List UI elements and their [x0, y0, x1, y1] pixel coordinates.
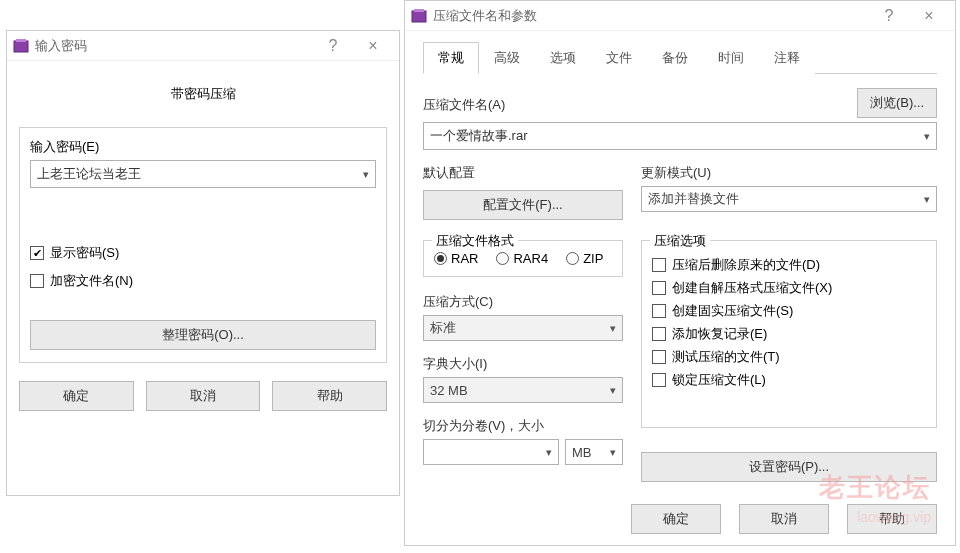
archive-name-input[interactable]: 一个爱情故事.rar ▾ — [423, 122, 937, 150]
archive-tabs: 常规 高级 选项 文件 备份 时间 注释 — [423, 41, 937, 74]
checkbox-unchecked-icon — [30, 274, 44, 288]
chevron-down-icon[interactable]: ▾ — [610, 384, 616, 397]
format-legend: 压缩文件格式 — [432, 232, 518, 250]
opt-recovery[interactable]: 添加恢复记录(E) — [652, 325, 926, 343]
tab-options[interactable]: 选项 — [535, 42, 591, 74]
chevron-down-icon[interactable]: ▾ — [546, 446, 552, 459]
format-zip-radio[interactable]: ZIP — [566, 251, 603, 266]
split-unit-select[interactable]: MB ▾ — [565, 439, 623, 465]
split-label: 切分为分卷(V)，大小 — [423, 417, 623, 435]
method-label: 压缩方式(C) — [423, 293, 623, 311]
dict-label: 字典大小(I) — [423, 355, 623, 373]
options-fieldset: 压缩选项 压缩后删除原来的文件(D) 创建自解压格式压缩文件(X) 创建固实压缩… — [641, 240, 937, 428]
chevron-down-icon[interactable]: ▾ — [610, 446, 616, 459]
method-select[interactable]: 标准 ▾ — [423, 315, 623, 341]
encrypt-filename-checkbox[interactable]: 加密文件名(N) — [30, 272, 376, 290]
opt-solid[interactable]: 创建固实压缩文件(S) — [652, 302, 926, 320]
password-value: 上老王论坛当老王 — [37, 165, 141, 183]
password-dialog: 输入密码 ? × 带密码压缩 输入密码(E) 上老王论坛当老王 ▾ ✔ 显示密码… — [6, 30, 400, 496]
password-titlebar: 输入密码 ? × — [7, 31, 399, 61]
tab-backup[interactable]: 备份 — [647, 42, 703, 74]
browse-button[interactable]: 浏览(B)... — [857, 88, 937, 118]
dict-select[interactable]: 32 MB ▾ — [423, 377, 623, 403]
opt-delete-after[interactable]: 压缩后删除原来的文件(D) — [652, 256, 926, 274]
format-rar-radio[interactable]: RAR — [434, 251, 478, 266]
svg-rect-0 — [14, 41, 28, 52]
tab-files[interactable]: 文件 — [591, 42, 647, 74]
archive-titlebar: 压缩文件名和参数 ? × — [405, 1, 955, 31]
svg-rect-2 — [412, 11, 426, 22]
format-fieldset: 压缩文件格式 RAR RAR4 ZIP — [423, 240, 623, 277]
password-subtitle: 带密码压缩 — [19, 85, 387, 103]
split-size-select[interactable]: ▾ — [423, 439, 559, 465]
update-mode-label: 更新模式(U) — [641, 164, 937, 182]
tab-general[interactable]: 常规 — [423, 42, 479, 74]
set-password-button[interactable]: 设置密码(P)... — [641, 452, 937, 482]
password-title: 输入密码 — [35, 37, 313, 55]
password-field-label: 输入密码(E) — [30, 138, 376, 156]
tab-comment[interactable]: 注释 — [759, 42, 815, 74]
update-mode-select[interactable]: 添加并替换文件 ▾ — [641, 186, 937, 212]
format-rar4-radio[interactable]: RAR4 — [496, 251, 548, 266]
archive-help-button[interactable]: 帮助 — [847, 504, 937, 534]
winrar-icon — [411, 8, 427, 24]
archive-name-label: 压缩文件名(A) — [423, 96, 505, 114]
chevron-down-icon[interactable]: ▾ — [610, 322, 616, 335]
password-group: 输入密码(E) 上老王论坛当老王 ▾ ✔ 显示密码(S) 加密文件名(N) 整理… — [19, 127, 387, 363]
password-cancel-button[interactable]: 取消 — [146, 381, 261, 411]
svg-rect-1 — [16, 39, 26, 42]
password-ok-button[interactable]: 确定 — [19, 381, 134, 411]
close-icon[interactable]: × — [353, 37, 393, 55]
archive-help-icon[interactable]: ? — [869, 7, 909, 25]
chevron-down-icon[interactable]: ▾ — [924, 193, 930, 206]
archive-name-value: 一个爱情故事.rar — [430, 127, 528, 145]
password-input[interactable]: 上老王论坛当老王 ▾ — [30, 160, 376, 188]
default-profile-label: 默认配置 — [423, 164, 623, 182]
checkbox-checked-icon: ✔ — [30, 246, 44, 260]
tab-advanced[interactable]: 高级 — [479, 42, 535, 74]
tab-time[interactable]: 时间 — [703, 42, 759, 74]
archive-ok-button[interactable]: 确定 — [631, 504, 721, 534]
winrar-icon — [13, 38, 29, 54]
archive-title: 压缩文件名和参数 — [433, 7, 869, 25]
close-icon[interactable]: × — [909, 7, 949, 25]
chevron-down-icon[interactable]: ▾ — [924, 130, 930, 143]
options-legend: 压缩选项 — [650, 232, 710, 250]
svg-rect-3 — [414, 9, 424, 12]
archive-dialog: 压缩文件名和参数 ? × 常规 高级 选项 文件 备份 时间 注释 压缩文件名(… — [404, 0, 956, 546]
password-help-icon[interactable]: ? — [313, 37, 353, 55]
show-password-checkbox[interactable]: ✔ 显示密码(S) — [30, 244, 376, 262]
archive-cancel-button[interactable]: 取消 — [739, 504, 829, 534]
opt-test[interactable]: 测试压缩的文件(T) — [652, 348, 926, 366]
opt-lock[interactable]: 锁定压缩文件(L) — [652, 371, 926, 389]
chevron-down-icon[interactable]: ▾ — [363, 168, 369, 181]
update-mode-value: 添加并替换文件 — [648, 190, 739, 208]
profiles-button[interactable]: 配置文件(F)... — [423, 190, 623, 220]
encrypt-filename-label: 加密文件名(N) — [50, 272, 133, 290]
manage-passwords-button[interactable]: 整理密码(O)... — [30, 320, 376, 350]
show-password-label: 显示密码(S) — [50, 244, 119, 262]
password-help-button[interactable]: 帮助 — [272, 381, 387, 411]
opt-sfx[interactable]: 创建自解压格式压缩文件(X) — [652, 279, 926, 297]
